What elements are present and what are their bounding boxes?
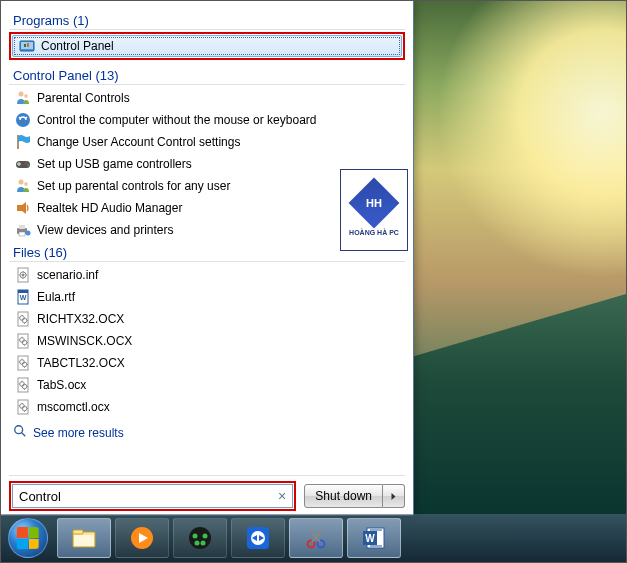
ease-icon: [15, 112, 31, 128]
svg-rect-22: [18, 290, 28, 293]
svg-text:W: W: [20, 294, 27, 301]
shut-down-button[interactable]: Shut down: [304, 484, 383, 508]
result-label: RICHTX32.OCX: [37, 312, 124, 326]
svg-point-20: [22, 274, 25, 277]
svg-point-5: [24, 94, 28, 98]
result-item[interactable]: MSWINSCK.OCX: [9, 330, 405, 352]
shut-down-options-button[interactable]: [383, 484, 405, 508]
word-icon: W: [15, 289, 31, 305]
result-label: scenario.inf: [37, 268, 98, 282]
realtek-icon: [15, 200, 31, 216]
svg-point-17: [26, 231, 31, 236]
devices-printers-icon: [15, 222, 31, 238]
result-label: mscomctl.ocx: [37, 400, 110, 414]
svg-point-45: [189, 527, 211, 549]
word-icon: W: [360, 524, 388, 552]
see-more-label: See more results: [33, 426, 124, 440]
svg-point-46: [193, 534, 198, 539]
programs-heading: Programs (1): [9, 9, 405, 30]
taskbar-item-explorer[interactable]: [57, 518, 111, 558]
svg-line-40: [22, 433, 26, 437]
result-item[interactable]: Parental Controls: [9, 87, 405, 109]
result-label: Parental Controls: [37, 91, 130, 105]
ocx-icon: [15, 399, 31, 415]
taskbar: W: [1, 514, 626, 562]
svg-point-12: [24, 182, 28, 186]
clear-search-icon[interactable]: ×: [276, 488, 288, 504]
svg-rect-3: [27, 43, 29, 47]
svg-rect-13: [17, 205, 22, 211]
explorer-icon: [70, 524, 98, 552]
svg-point-4: [19, 92, 24, 97]
ocx-icon: [15, 377, 31, 393]
result-label: TabS.ocx: [37, 378, 86, 392]
taskbar-item-word[interactable]: W: [347, 518, 401, 558]
svg-point-39: [15, 426, 23, 434]
result-label: Control the computer without the mouse o…: [37, 113, 316, 127]
result-label: MSWINSCK.OCX: [37, 334, 132, 348]
svg-point-6: [16, 113, 30, 127]
snipping-tool-icon: [302, 524, 330, 552]
control-panel-icon: [19, 38, 35, 54]
svg-point-48: [195, 541, 200, 546]
svg-point-9: [25, 162, 27, 164]
start-menu-search-results: Programs (1) Control Panel Control Panel…: [1, 1, 414, 516]
result-item[interactable]: Control the computer without the mouse o…: [9, 109, 405, 131]
result-item[interactable]: TABCTL32.OCX: [9, 352, 405, 374]
result-label: Set up parental controls for any user: [37, 179, 230, 193]
see-more-results[interactable]: See more results: [9, 418, 405, 447]
svg-point-11: [19, 180, 24, 185]
svg-point-10: [27, 164, 29, 166]
result-label: Control Panel: [41, 39, 114, 53]
svg-rect-43: [74, 535, 94, 546]
control-panel-heading: Control Panel (13): [9, 64, 405, 85]
result-item[interactable]: scenario.inf: [9, 264, 405, 286]
svg-text:W: W: [365, 533, 375, 544]
result-item[interactable]: Change User Account Control settings: [9, 131, 405, 153]
ocx-icon: [15, 333, 31, 349]
taskbar-item-teamviewer[interactable]: [231, 518, 285, 558]
search-icon: [13, 424, 27, 441]
svg-point-47: [203, 534, 208, 539]
media-player-icon: [128, 524, 156, 552]
result-label: Change User Account Control settings: [37, 135, 240, 149]
result-label: Realtek HD Audio Manager: [37, 201, 182, 215]
result-label: TABCTL32.OCX: [37, 356, 125, 370]
uac-flag-icon: [15, 134, 31, 150]
result-item[interactable]: mscomctl.ocx: [9, 396, 405, 418]
coccoc-icon: [186, 524, 214, 552]
result-item[interactable]: RICHTX32.OCX: [9, 308, 405, 330]
result-label: Eula.rtf: [37, 290, 75, 304]
parental-icon: [15, 90, 31, 106]
taskbar-item-media-player[interactable]: [115, 518, 169, 558]
ocx-icon: [15, 355, 31, 371]
svg-rect-42: [73, 530, 83, 534]
parental-icon: [15, 178, 31, 194]
watermark-logo: HH HOÀNG HÀ PC: [340, 169, 408, 251]
teamviewer-icon: [244, 524, 272, 552]
game-controller-icon: [15, 156, 31, 172]
inf-icon: [15, 267, 31, 283]
search-box[interactable]: ×: [12, 484, 293, 508]
start-button[interactable]: [3, 517, 53, 559]
programs-highlight: Control Panel: [9, 32, 405, 60]
svg-rect-16: [19, 232, 25, 236]
search-input[interactable]: [17, 489, 276, 504]
result-control-panel[interactable]: Control Panel: [12, 35, 402, 57]
result-item[interactable]: TabS.ocx: [9, 374, 405, 396]
result-item[interactable]: WEula.rtf: [9, 286, 405, 308]
taskbar-item-snipping-tool[interactable]: [289, 518, 343, 558]
svg-rect-15: [19, 225, 25, 229]
ocx-icon: [15, 311, 31, 327]
result-label: View devices and printers: [37, 223, 174, 237]
svg-point-49: [201, 541, 206, 546]
svg-rect-2: [24, 44, 26, 47]
taskbar-item-coccoc[interactable]: [173, 518, 227, 558]
search-highlight: ×: [9, 481, 296, 511]
result-label: Set up USB game controllers: [37, 157, 192, 171]
